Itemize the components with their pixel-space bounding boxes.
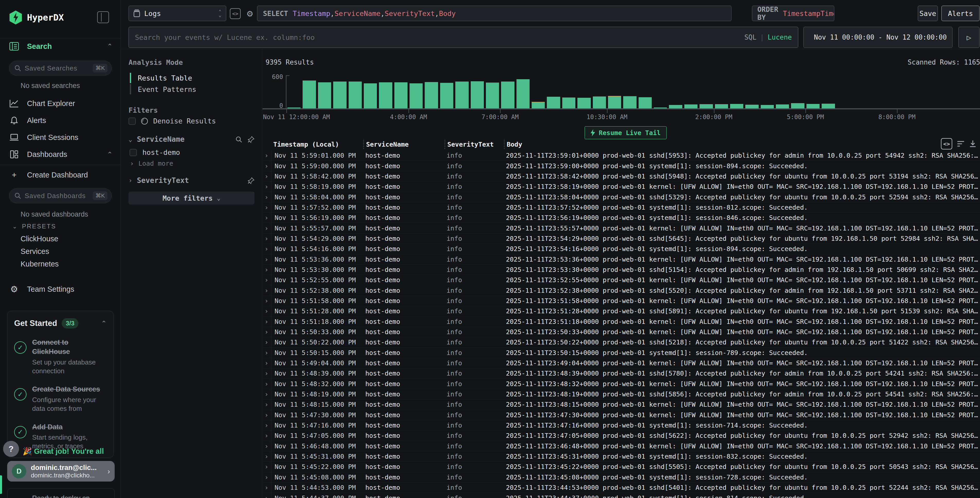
histogram-bar[interactable] [791, 103, 804, 108]
histogram-bar[interactable] [639, 97, 652, 108]
mode-event-patterns[interactable]: Event Patterns [130, 84, 253, 95]
expand-row-icon[interactable]: › [262, 349, 271, 356]
checkbox[interactable] [129, 118, 136, 125]
histogram-bar[interactable] [608, 96, 621, 108]
sidebar-item-team-settings[interactable]: ⚙ Team Settings [0, 282, 121, 296]
expand-row-icon[interactable]: › [262, 225, 271, 232]
expand-row-icon[interactable]: › [262, 484, 271, 491]
histogram-bar[interactable] [364, 83, 377, 109]
expand-row-icon[interactable]: › [262, 359, 271, 367]
sidebar-item-alerts[interactable]: Alerts [0, 113, 121, 128]
expand-row-icon[interactable]: › [262, 307, 271, 315]
more-filters-button[interactable]: More filters ⌄ [129, 192, 255, 204]
table-row[interactable]: › Nov 11 5:59:01.000 PM host-demo info 2… [262, 150, 980, 161]
histogram-bar[interactable] [318, 82, 331, 108]
expand-row-icon[interactable]: › [262, 474, 271, 481]
table-row[interactable]: › Nov 11 5:57:52.000 PM host-demo info 2… [262, 203, 980, 213]
table-row[interactable]: › Nov 11 5:52:38.000 PM host-demo info 2… [262, 285, 980, 295]
expand-row-icon[interactable]: › [262, 183, 271, 190]
pin-icon[interactable] [248, 136, 255, 143]
table-row[interactable]: › Nov 11 5:53:30.000 PM host-demo info 2… [262, 265, 980, 275]
event-search-input[interactable]: Search your events w/ Lucene ex. column:… [129, 27, 798, 48]
table-row[interactable]: › Nov 11 5:45:22.000 PM host-demo info 2… [262, 462, 980, 472]
save-button[interactable]: Save [918, 6, 938, 21]
sidebar-item-dashboards[interactable]: Dashboards ⌃ [0, 147, 121, 161]
histogram-bar[interactable] [455, 81, 468, 108]
table-row[interactable]: › Nov 11 5:47:16.000 PM host-demo info 2… [262, 420, 980, 431]
preset-kubernetes[interactable]: Kubernetes [21, 260, 59, 268]
sql-option[interactable]: SQL [744, 34, 756, 41]
table-row[interactable]: › Nov 11 5:50:22.000 PM host-demo info 2… [262, 337, 980, 348]
select-query-input[interactable]: SELECT Timestamp,ServiceName,SeverityTex… [257, 6, 732, 21]
expand-row-icon[interactable]: › [262, 245, 271, 252]
table-row[interactable]: › Nov 11 5:51:28.000 PM host-demo info 2… [262, 306, 980, 316]
histogram-bar[interactable] [745, 105, 758, 108]
chevron-up-icon[interactable]: ⌃ [107, 150, 113, 158]
code-toggle-icon[interactable]: <> [230, 8, 241, 19]
mode-results-table[interactable]: Results Table [130, 72, 253, 84]
table-row[interactable]: › Nov 11 5:47:05.000 PM host-demo info 2… [262, 431, 980, 441]
histogram-bar-warning[interactable] [608, 96, 621, 96]
expand-row-icon[interactable]: › [262, 380, 271, 388]
query-language-toggle[interactable]: SQL|Lucene [744, 34, 792, 41]
table-row[interactable]: › Nov 11 5:46:48.000 PM host-demo info 2… [262, 441, 980, 452]
histogram-bar[interactable] [501, 81, 514, 108]
column-timestamp[interactable]: Timestamp (Local) [271, 140, 363, 149]
expand-row-icon[interactable]: › [262, 266, 271, 273]
histogram-bar[interactable] [547, 97, 560, 109]
table-row[interactable]: › Nov 11 5:54:29.000 PM host-demo info 2… [262, 233, 980, 244]
help-button[interactable]: ? [3, 441, 19, 457]
chevron-up-icon[interactable]: ⌃ [101, 319, 107, 327]
histogram-bar[interactable] [593, 96, 606, 108]
table-row[interactable]: › Nov 11 5:45:08.000 PM host-demo info 2… [262, 472, 980, 482]
histogram-bar[interactable] [807, 104, 819, 108]
filter-group-servicename[interactable]: ⌄ ServiceName [129, 135, 255, 144]
gear-icon[interactable]: ⚙ [244, 8, 256, 19]
histogram-bar[interactable] [425, 82, 438, 108]
histogram-bar[interactable] [471, 81, 484, 108]
histogram-bar[interactable] [684, 104, 697, 108]
saved-searches-input[interactable]: Saved Searches ⌘K [9, 61, 112, 76]
expand-row-icon[interactable]: › [262, 214, 271, 222]
expand-row-icon[interactable]: › [262, 297, 271, 305]
table-row[interactable]: › Nov 11 5:51:58.000 PM host-demo info 2… [262, 296, 980, 306]
expand-row-icon[interactable]: › [262, 338, 271, 346]
expand-row-icon[interactable]: › [262, 463, 271, 471]
table-row[interactable]: › Nov 11 5:59:00.000 PM host-demo info 2… [262, 161, 980, 171]
get-started-item[interactable]: ✓Create Data SourcesConfigure where your… [14, 385, 107, 413]
lucene-option[interactable]: Lucene [768, 34, 792, 41]
table-row[interactable]: › Nov 11 5:48:32.000 PM host-demo info 2… [262, 379, 980, 389]
table-row[interactable]: › Nov 11 5:48:39.000 PM host-demo info 2… [262, 368, 980, 379]
user-menu[interactable]: D dominic.tran@clic... dominic.tran@clic… [7, 461, 115, 482]
source-select[interactable]: Logs ⌃⌄ [129, 6, 226, 21]
histogram-bar[interactable] [700, 104, 713, 108]
histogram-bar-warning[interactable] [531, 102, 545, 102]
expand-row-icon[interactable]: › [262, 256, 271, 263]
sidebar-collapse-icon[interactable] [97, 11, 109, 23]
expand-row-icon[interactable]: › [262, 432, 271, 439]
table-row[interactable]: › Nov 11 5:48:19.000 PM host-demo info 2… [262, 389, 980, 399]
get-started-item[interactable]: ✓Connect to ClickHouseSet up your databa… [14, 338, 107, 375]
table-row[interactable]: › Nov 11 5:54:16.000 PM host-demo info 2… [262, 244, 980, 254]
expand-row-icon[interactable]: › [262, 411, 271, 419]
histogram-bar[interactable] [409, 83, 423, 108]
pin-icon[interactable] [248, 177, 255, 184]
histogram-bar[interactable] [288, 107, 301, 108]
histogram-bar[interactable] [730, 104, 743, 108]
histogram-bar[interactable] [822, 104, 835, 108]
histogram-bar[interactable] [578, 98, 590, 108]
sidebar-item-chart-explorer[interactable]: Chart Explorer [0, 96, 121, 111]
histogram-bar[interactable] [776, 104, 789, 108]
expand-row-icon[interactable]: › [262, 235, 271, 242]
expand-row-icon[interactable]: › [262, 276, 271, 284]
search-icon[interactable] [235, 136, 242, 143]
sidebar-item-search[interactable]: Search ⌃ [0, 39, 121, 54]
histogram-bar[interactable] [761, 105, 774, 108]
table-row[interactable]: › Nov 11 5:58:19.000 PM host-demo info 2… [262, 182, 980, 192]
column-body[interactable]: Body [504, 140, 980, 149]
sidebar-item-client-sessions[interactable]: Client Sessions [0, 130, 121, 145]
table-row[interactable]: › Nov 11 5:58:42.000 PM host-demo info 2… [262, 171, 980, 182]
expand-row-icon[interactable]: › [262, 495, 271, 498]
histogram-bar[interactable] [654, 107, 667, 108]
column-options-icon[interactable] [957, 140, 964, 147]
